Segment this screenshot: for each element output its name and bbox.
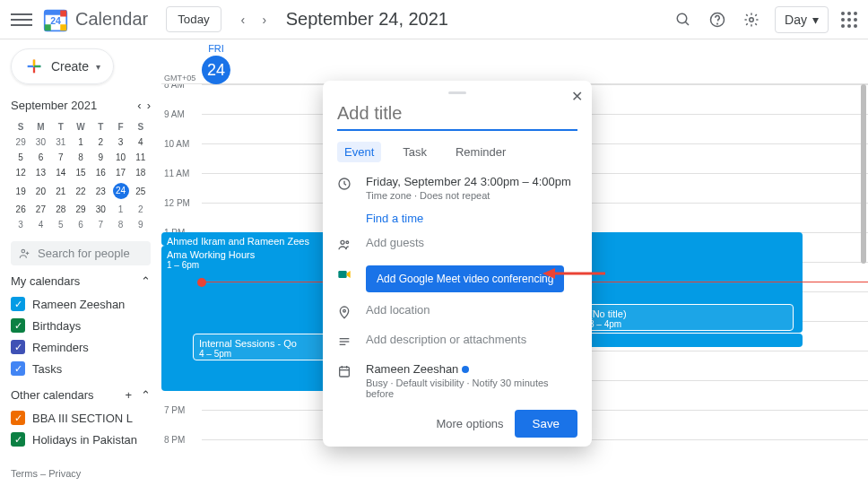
- drag-handle-icon[interactable]: [448, 91, 466, 94]
- tab-reminder[interactable]: Reminder: [448, 142, 513, 162]
- calendar-item[interactable]: ✓ Birthdays: [11, 315, 151, 336]
- mini-cal-day[interactable]: 18: [131, 165, 151, 180]
- mini-cal-day[interactable]: 12: [11, 165, 30, 180]
- mini-cal-day[interactable]: 20: [30, 180, 50, 202]
- event-title-input[interactable]: [337, 98, 577, 131]
- mini-cal-day[interactable]: 5: [11, 150, 30, 165]
- add-guests[interactable]: Add guests: [366, 236, 424, 249]
- mini-cal-day[interactable]: 1: [71, 135, 91, 150]
- mini-cal-day[interactable]: 9: [131, 217, 151, 232]
- mini-cal-day[interactable]: 21: [51, 180, 71, 202]
- calendar-event[interactable]: (No title)3 – 4pm: [583, 304, 794, 331]
- mini-cal-day[interactable]: 8: [71, 150, 91, 165]
- mini-cal-day[interactable]: 29: [71, 202, 91, 217]
- checkbox-icon[interactable]: ✓: [11, 361, 25, 376]
- help-icon[interactable]: [707, 9, 728, 30]
- mini-cal-day[interactable]: 9: [91, 150, 110, 165]
- search-icon[interactable]: [673, 9, 694, 30]
- add-calendar-icon[interactable]: +: [125, 388, 132, 402]
- timezone-label: GMT+05: [164, 74, 195, 82]
- mini-cal-day[interactable]: 2: [91, 135, 110, 150]
- checkbox-icon[interactable]: ✓: [11, 318, 25, 333]
- checkbox-icon[interactable]: ✓: [11, 340, 25, 354]
- mini-cal-day[interactable]: 24: [110, 180, 130, 202]
- mini-cal-day[interactable]: 30: [30, 135, 50, 150]
- checkbox-icon[interactable]: ✓: [11, 432, 25, 447]
- mini-cal-day[interactable]: 27: [30, 202, 50, 217]
- mini-cal-day[interactable]: 4: [30, 217, 50, 232]
- mini-cal-day[interactable]: 11: [131, 150, 151, 165]
- mini-cal-day[interactable]: 28: [51, 202, 71, 217]
- day-number[interactable]: 24: [202, 56, 230, 84]
- gear-icon[interactable]: [741, 9, 762, 30]
- mini-calendar[interactable]: SMTWTFS293031123456789101112131415161718…: [11, 119, 151, 232]
- checkbox-icon[interactable]: ✓: [11, 297, 25, 311]
- mini-cal-day[interactable]: 4: [131, 135, 151, 150]
- mini-cal-day[interactable]: 23: [91, 180, 110, 202]
- mini-cal-day[interactable]: 1: [110, 202, 130, 217]
- tab-event[interactable]: Event: [337, 142, 381, 162]
- calendar-item[interactable]: ✓ Holidays in Pakistan: [11, 429, 151, 450]
- mini-cal-day[interactable]: 6: [30, 150, 50, 165]
- calendar-event[interactable]: [556, 334, 803, 347]
- mini-prev-month[interactable]: ‹: [137, 99, 141, 112]
- checkbox-icon[interactable]: ✓: [11, 411, 25, 425]
- more-options-button[interactable]: More options: [436, 417, 503, 430]
- add-description[interactable]: Add description or attachments: [366, 333, 526, 346]
- mini-cal-day[interactable]: 2: [131, 202, 151, 217]
- calendar-item[interactable]: ✓ BBA III SECTION L: [11, 407, 151, 429]
- privacy-link[interactable]: Privacy: [48, 468, 81, 479]
- add-location[interactable]: Add location: [366, 303, 430, 317]
- mini-cal-day[interactable]: 17: [110, 165, 130, 180]
- find-time-link[interactable]: Find a time: [366, 212, 577, 225]
- mini-cal-day[interactable]: 30: [91, 202, 110, 217]
- create-button[interactable]: Create ▾: [11, 48, 114, 84]
- mini-cal-day[interactable]: 14: [51, 165, 71, 180]
- mini-cal-day[interactable]: 29: [11, 135, 30, 150]
- mini-cal-day[interactable]: 19: [11, 180, 30, 202]
- calendar-item[interactable]: ✓ Tasks: [11, 358, 151, 379]
- mini-cal-day[interactable]: 7: [91, 217, 110, 232]
- mini-cal-day[interactable]: 26: [11, 202, 30, 217]
- mini-next-month[interactable]: ›: [147, 99, 151, 112]
- apps-icon[interactable]: [841, 12, 857, 28]
- today-button[interactable]: Today: [166, 6, 221, 32]
- mini-cal-day[interactable]: 31: [51, 135, 71, 150]
- mini-cal-day[interactable]: 15: [71, 165, 91, 180]
- next-day-button[interactable]: ›: [254, 9, 275, 30]
- view-selector[interactable]: Day▾: [775, 6, 829, 33]
- terms-link[interactable]: Terms: [11, 468, 38, 479]
- mini-cal-day[interactable]: 7: [51, 150, 71, 165]
- my-calendars-header[interactable]: My calendars⌃: [11, 274, 151, 288]
- mini-cal-day[interactable]: 3: [110, 135, 130, 150]
- organizer-info[interactable]: Rameen Zeeshan Busy · Default visibility…: [366, 362, 577, 399]
- prev-day-button[interactable]: ‹: [232, 9, 254, 30]
- svg-point-18: [343, 309, 346, 312]
- event-time[interactable]: Friday, September 24 3:00pm – 4:00pm Tim…: [366, 175, 571, 201]
- mini-cal-day[interactable]: 10: [110, 150, 130, 165]
- mini-cal-day[interactable]: 25: [131, 180, 151, 202]
- search-people-input[interactable]: Search for people: [11, 241, 151, 265]
- mini-cal-day[interactable]: 5: [51, 217, 71, 232]
- mini-cal-day[interactable]: 16: [91, 165, 110, 180]
- mini-cal-day[interactable]: 8: [110, 217, 130, 232]
- mini-cal-day[interactable]: 13: [30, 165, 50, 180]
- mini-cal-day[interactable]: 22: [71, 180, 91, 202]
- plus-icon: [24, 56, 44, 76]
- other-calendars-header[interactable]: Other calendars +⌃: [11, 388, 151, 402]
- mini-cal-day[interactable]: 6: [71, 217, 91, 232]
- calendar-item[interactable]: ✓ Rameen Zeeshan: [11, 293, 151, 315]
- mini-cal-month: September 2021: [11, 99, 97, 112]
- mini-cal-header: September 2021 ‹›: [11, 99, 151, 112]
- menu-icon[interactable]: [11, 9, 32, 30]
- tab-task[interactable]: Task: [395, 142, 434, 162]
- save-button[interactable]: Save: [515, 410, 577, 438]
- mini-cal-day[interactable]: 3: [11, 217, 30, 232]
- close-icon[interactable]: ✕: [571, 88, 583, 105]
- clock-icon: [337, 177, 353, 194]
- search-placeholder: Search for people: [38, 247, 130, 260]
- scrollbar[interactable]: [861, 84, 866, 264]
- calendar-item[interactable]: ✓ Reminders: [11, 336, 151, 358]
- add-meet-button[interactable]: Add Google Meet video conferencing: [366, 265, 564, 292]
- svg-line-7: [685, 22, 689, 25]
